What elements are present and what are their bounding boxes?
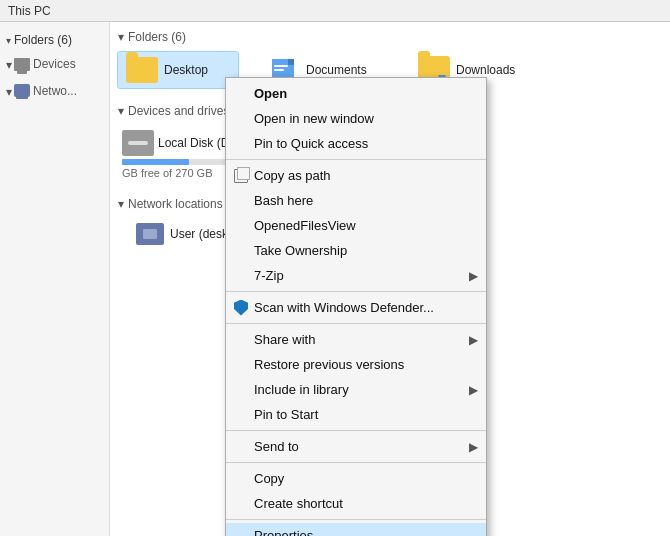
- sidebar-section-folders: ▾ Folders (6): [0, 30, 109, 50]
- copy-path-icon: [232, 167, 250, 185]
- ctx-include-library-label: Include in library: [254, 382, 349, 397]
- ctx-restore-prev[interactable]: Restore previous versions: [226, 352, 486, 377]
- main-area: ▾ Folders (6) ▾ Devices: [0, 22, 670, 536]
- title-bar: This PC: [0, 0, 670, 22]
- drive-d-top: Local Disk (D:): [122, 130, 237, 156]
- sidebar-folders-header[interactable]: ▾ Folders (6): [0, 30, 109, 50]
- folders-section-label: ▾ Folders (6): [118, 30, 662, 44]
- ctx-copy-as-path-label: Copy as path: [254, 168, 331, 183]
- hdd-icon-d: [122, 130, 154, 156]
- ctx-bash-here[interactable]: Bash here: [226, 188, 486, 213]
- ctx-restore-prev-label: Restore previous versions: [254, 357, 404, 372]
- sidebar-network-label: Netwo...: [14, 84, 77, 101]
- ctx-pin-start[interactable]: Pin to Start: [226, 402, 486, 427]
- ctx-copy-as-path[interactable]: Copy as path: [226, 163, 486, 188]
- ctx-include-library-arrow: ▶: [469, 383, 478, 397]
- ctx-properties[interactable]: Properties: [226, 523, 486, 536]
- ctx-sep-2: [226, 291, 486, 292]
- content-area: ▾ Folders (6) Desktop: [110, 22, 670, 536]
- folder-label-downloads: Downloads: [456, 63, 515, 77]
- sidebar-devices-label: Devices: [14, 57, 76, 74]
- chevron-network: ▾: [118, 197, 124, 211]
- ctx-copy-label: Copy: [254, 471, 284, 486]
- pc-icon: [14, 58, 30, 71]
- ctx-bash-label: Bash here: [254, 193, 313, 208]
- defender-icon: [232, 299, 250, 317]
- sidebar-section-network: ▾ Netwo...: [0, 81, 109, 104]
- ctx-take-ownership-label: Take Ownership: [254, 243, 347, 258]
- ctx-open-new-window-label: Open in new window: [254, 111, 374, 126]
- ctx-open-label: Open: [254, 86, 287, 101]
- folder-label-documents: Documents: [306, 63, 367, 77]
- ctx-create-shortcut[interactable]: Create shortcut: [226, 491, 486, 516]
- ctx-sep-5: [226, 462, 486, 463]
- folder-icon-desktop: [126, 57, 158, 83]
- ctx-scan-defender[interactable]: Scan with Windows Defender...: [226, 295, 486, 320]
- chevron-icon: ▾: [6, 35, 11, 46]
- ctx-7zip[interactable]: 7-Zip ▶: [226, 263, 486, 288]
- ctx-sep-4: [226, 430, 486, 431]
- sidebar-folders-label: Folders (6): [14, 33, 72, 47]
- ctx-send-to-arrow: ▶: [469, 440, 478, 454]
- ctx-7zip-arrow: ▶: [469, 269, 478, 283]
- ctx-sep-6: [226, 519, 486, 520]
- network-location-icon: [136, 223, 164, 245]
- ctx-share-with-arrow: ▶: [469, 333, 478, 347]
- ctx-sep-3: [226, 323, 486, 324]
- chevron-icon-network: ▾: [6, 85, 12, 99]
- ctx-open-new-window[interactable]: Open in new window: [226, 106, 486, 131]
- ctx-share-with-label: Share with: [254, 332, 315, 347]
- ctx-take-ownership[interactable]: Take Ownership: [226, 238, 486, 263]
- ctx-properties-label: Properties: [254, 528, 313, 536]
- drive-d-bar-fill: [122, 159, 189, 165]
- ctx-pin-quick-access[interactable]: Pin to Quick access: [226, 131, 486, 156]
- folder-label-desktop: Desktop: [164, 63, 208, 77]
- network-icon: [14, 84, 30, 97]
- sidebar-network-header[interactable]: ▾ Netwo...: [0, 81, 109, 104]
- ctx-copy[interactable]: Copy: [226, 466, 486, 491]
- chevron-folders: ▾: [118, 30, 124, 44]
- window-title: This PC: [8, 4, 51, 18]
- folder-item-desktop[interactable]: Desktop: [118, 52, 238, 88]
- ctx-send-to-label: Send to: [254, 439, 299, 454]
- drive-d-size: GB free of 270 GB: [122, 167, 213, 179]
- ctx-openedfilesview-label: OpenedFilesView: [254, 218, 356, 233]
- ctx-create-shortcut-label: Create shortcut: [254, 496, 343, 511]
- ctx-open[interactable]: Open: [226, 81, 486, 106]
- sidebar-section-devices: ▾ Devices: [0, 54, 109, 77]
- chevron-devices: ▾: [118, 104, 124, 118]
- ctx-pin-start-label: Pin to Start: [254, 407, 318, 422]
- chevron-icon-devices: ▾: [6, 58, 12, 72]
- ctx-scan-defender-label: Scan with Windows Defender...: [254, 300, 434, 315]
- ctx-include-library[interactable]: Include in library ▶: [226, 377, 486, 402]
- sidebar-devices-header[interactable]: ▾ Devices: [0, 54, 109, 77]
- ctx-sep-1: [226, 159, 486, 160]
- ctx-share-with[interactable]: Share with ▶: [226, 327, 486, 352]
- context-menu: Open Open in new window Pin to Quick acc…: [225, 77, 487, 536]
- ctx-7zip-label: 7-Zip: [254, 268, 284, 283]
- ctx-send-to[interactable]: Send to ▶: [226, 434, 486, 459]
- ctx-pin-qa-label: Pin to Quick access: [254, 136, 368, 151]
- ctx-openedfilesview[interactable]: OpenedFilesView: [226, 213, 486, 238]
- sidebar: ▾ Folders (6) ▾ Devices: [0, 22, 110, 536]
